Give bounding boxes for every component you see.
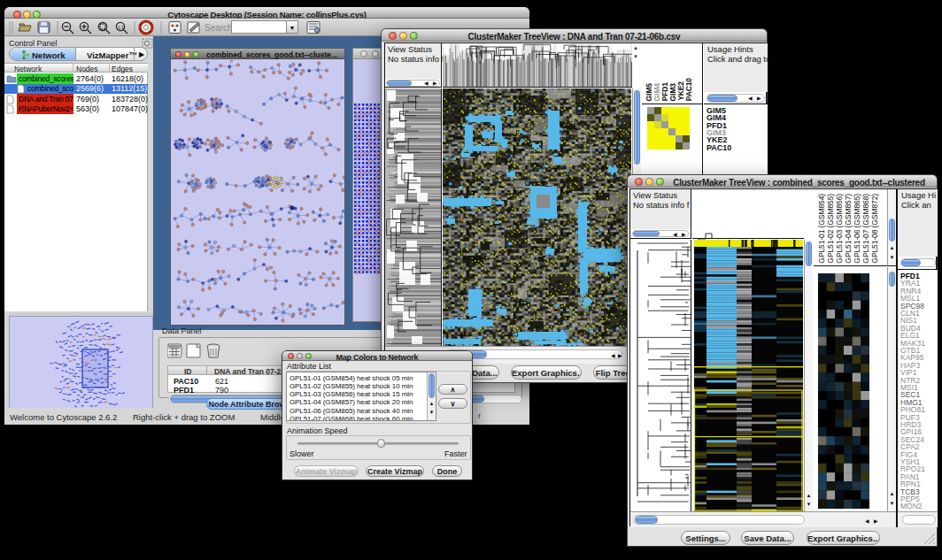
svg-text:1:1: 1:1 [118,25,124,30]
